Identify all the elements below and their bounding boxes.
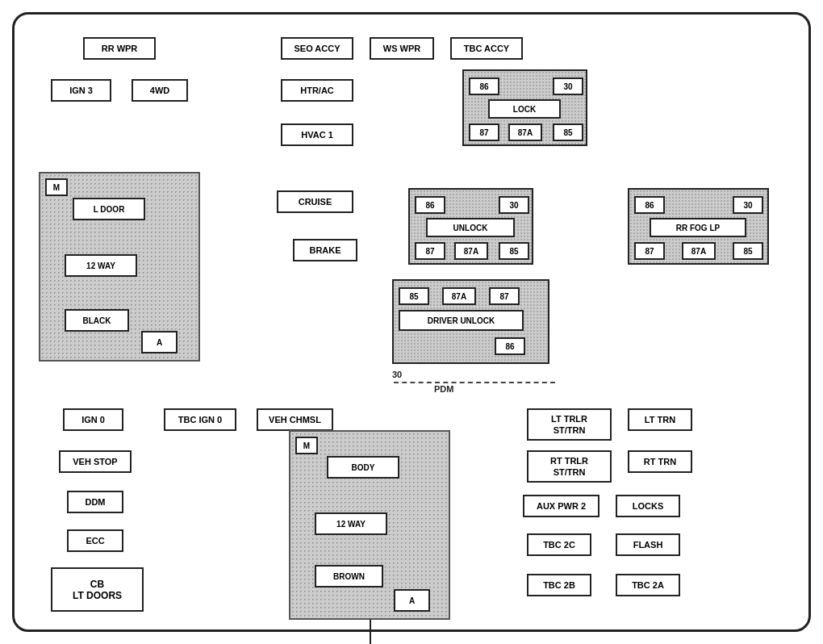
rrfog-86: 86 bbox=[634, 196, 665, 214]
lt-trlr-sttrn-text: LT TRLRST/TRN bbox=[551, 413, 587, 437]
veh-stop-label: VEH STOP bbox=[59, 450, 132, 473]
body-connector-line bbox=[370, 620, 371, 644]
ddm-label: DDM bbox=[67, 491, 123, 513]
relay-unlock-group: 86 30 UNLOCK 87 87A 85 bbox=[408, 188, 533, 265]
tbc-2c-label: TBC 2C bbox=[527, 533, 591, 556]
flash-label: FLASH bbox=[616, 533, 680, 556]
pdm-dashed-line bbox=[394, 382, 555, 383]
unlock-87a: 87A bbox=[454, 242, 488, 260]
aux-pwr2-label: AUX PWR 2 bbox=[523, 495, 599, 517]
ldoor-m: M bbox=[45, 178, 68, 196]
tbc-ign0-label: TBC IGN 0 bbox=[164, 408, 236, 431]
rrfog-label: RR FOG LP bbox=[650, 218, 746, 237]
relay-rrfog-group: 86 30 RR FOG LP 87 87A 85 bbox=[628, 188, 769, 265]
ldoor-label: L DOOR bbox=[73, 198, 145, 220]
veh-chmsl-label: VEH CHMSL bbox=[257, 408, 333, 431]
du-85: 85 bbox=[399, 287, 429, 305]
ecc-label: ECC bbox=[67, 529, 123, 552]
relay-lock-group: 86 30 LOCK 87 87A 85 bbox=[462, 69, 587, 146]
seo-accy-label: SEO ACCY bbox=[281, 37, 353, 60]
brake-label: BRAKE bbox=[293, 239, 357, 261]
body-group: M BODY 12 WAY BROWN A bbox=[289, 430, 450, 620]
unlock-30: 30 bbox=[499, 196, 529, 214]
unlock-label: UNLOCK bbox=[426, 218, 515, 237]
unlock-86: 86 bbox=[415, 196, 445, 214]
rr-wpr-label: RR WPR bbox=[83, 37, 156, 60]
body-m: M bbox=[295, 437, 318, 454]
rrfog-87: 87 bbox=[634, 242, 665, 260]
unlock-85: 85 bbox=[499, 242, 529, 260]
ldoor-12way: 12 WAY bbox=[65, 254, 137, 277]
rt-trlr-sttrn-text: RT TRLRST/TRN bbox=[550, 455, 588, 479]
relay-driverunlock-group: 85 87A 87 DRIVER UNLOCK 86 bbox=[392, 279, 549, 364]
body-brown: BROWN bbox=[315, 565, 383, 588]
lock-87: 87 bbox=[469, 123, 499, 141]
pdm-30: 30 bbox=[392, 370, 402, 379]
lt-trn-label: LT TRN bbox=[628, 408, 692, 431]
ign0-label: IGN 0 bbox=[63, 408, 123, 431]
lt-trlr-sttrn-label: LT TRLRST/TRN bbox=[527, 408, 612, 441]
cb-lt-doors-text: CBLT DOORS bbox=[73, 579, 122, 601]
lock-30: 30 bbox=[553, 77, 583, 95]
htr-ac-label: HTR/AC bbox=[281, 79, 353, 102]
lock-label: LOCK bbox=[488, 99, 561, 119]
4wd-label: 4WD bbox=[132, 79, 188, 102]
ldoor-black: BLACK bbox=[65, 309, 129, 332]
rrfog-85: 85 bbox=[733, 242, 763, 260]
rrfog-87a: 87A bbox=[682, 242, 716, 260]
pdm-label: PDM bbox=[434, 384, 453, 394]
ldoor-group: M L DOOR 12 WAY BLACK A bbox=[39, 172, 200, 362]
tbc-2b-label: TBC 2B bbox=[527, 574, 591, 596]
cruise-label: CRUISE bbox=[277, 190, 353, 213]
du-86: 86 bbox=[495, 337, 525, 355]
body-a: A bbox=[394, 589, 430, 612]
body-12way: 12 WAY bbox=[315, 512, 387, 535]
du-87: 87 bbox=[489, 287, 520, 305]
hvac1-label: HVAC 1 bbox=[281, 123, 353, 146]
main-container: RR WPR SEO ACCY WS WPR TBC ACCY IGN 3 4W… bbox=[12, 12, 811, 632]
du-label: DRIVER UNLOCK bbox=[399, 310, 524, 331]
body-label: BODY bbox=[327, 456, 399, 479]
tbc-accy-label: TBC ACCY bbox=[450, 37, 523, 60]
rt-trn-label: RT TRN bbox=[628, 450, 692, 473]
lock-86: 86 bbox=[469, 77, 499, 95]
unlock-87: 87 bbox=[415, 242, 445, 260]
ign3-label: IGN 3 bbox=[51, 79, 111, 102]
cb-lt-doors-label: CBLT DOORS bbox=[51, 567, 144, 612]
locks-label: LOCKS bbox=[616, 495, 680, 517]
ldoor-a: A bbox=[141, 331, 178, 353]
rrfog-30: 30 bbox=[733, 196, 763, 214]
lock-87a: 87A bbox=[508, 123, 542, 141]
lock-85: 85 bbox=[553, 123, 583, 141]
ws-wpr-label: WS WPR bbox=[370, 37, 434, 60]
rt-trlr-sttrn-label: RT TRLRST/TRN bbox=[527, 450, 612, 483]
du-87a: 87A bbox=[442, 287, 476, 305]
tbc-2a-label: TBC 2A bbox=[616, 574, 680, 596]
